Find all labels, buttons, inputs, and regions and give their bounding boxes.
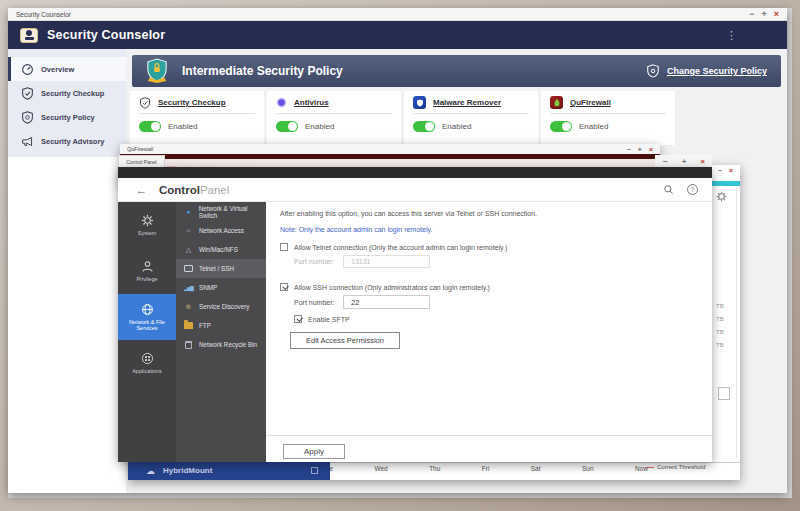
control-panel-title: ControlPanel — [159, 184, 229, 196]
search-icon[interactable] — [663, 184, 674, 195]
gear-icon[interactable] — [716, 191, 727, 202]
card-title-link[interactable]: Malware Remover — [433, 98, 501, 107]
more-menu-icon[interactable]: ⋮ — [726, 29, 737, 42]
antivirus-toggle[interactable] — [276, 121, 298, 132]
shield-check-icon — [21, 87, 34, 100]
sidebar-item-network-file-services[interactable]: Network & File Services — [118, 294, 176, 340]
change-policy-icon — [646, 64, 660, 78]
close-button[interactable]: × — [774, 9, 779, 19]
chart-legend: — Current Threshold — [646, 464, 705, 470]
hybridmount-row[interactable]: ☁ HybridMount — [128, 461, 330, 480]
nav-item-snmp[interactable]: ▂▅▇ SNMP — [176, 278, 266, 297]
close-button[interactable]: × — [649, 146, 653, 153]
y-axis-label: TB — [716, 329, 724, 335]
x-axis-line — [258, 462, 740, 463]
nav-item-service-discovery[interactable]: ⊕ Service Discovery — [176, 297, 266, 316]
shield-gear-icon — [21, 111, 34, 124]
close-button[interactable]: × — [700, 157, 705, 166]
sidebar-item-security-advisory[interactable]: Security Advisory — [8, 129, 126, 153]
enable-sftp-label: Enable SFTP — [308, 316, 350, 323]
minimize-button[interactable]: − — [749, 9, 754, 19]
enable-sftp-checkbox[interactable] — [294, 315, 302, 323]
ssh-port-label: Port number: — [294, 299, 343, 306]
minimize-button[interactable]: − — [718, 167, 722, 174]
gear-icon — [141, 214, 154, 227]
change-security-policy-link[interactable]: Change Security Policy — [667, 66, 767, 76]
legend-label: Current Threshold — [657, 464, 705, 470]
nav-item-ftp[interactable]: FTP — [176, 316, 266, 335]
edit-access-permission-button[interactable]: Edit Access Permission — [290, 332, 400, 349]
apply-button[interactable]: Apply — [283, 444, 345, 459]
y-axis-label: TB — [716, 342, 724, 348]
nav-item-network-recycle-bin[interactable]: Network Recycle Bin — [176, 335, 266, 354]
maximize-button[interactable]: + — [682, 157, 687, 166]
allow-telnet-label: Allow Telnet connection (Only the accoun… — [294, 244, 507, 251]
window-title: Control Panel — [126, 159, 156, 165]
status-label: Enabled — [305, 122, 334, 131]
close-button[interactable]: × — [729, 167, 733, 174]
sidebar-item-security-checkup[interactable]: Security Checkup — [8, 81, 126, 105]
card-title-link[interactable]: QuFirewall — [570, 98, 611, 107]
sidebar: Overview Security Checkup Security Polic… — [8, 49, 126, 157]
legend-checkbox[interactable] — [718, 387, 730, 400]
control-panel-header: ← ControlPanel ? — [118, 178, 712, 202]
help-icon[interactable]: ? — [687, 184, 698, 195]
security-counselor-titlebar[interactable]: Security Counselor − + × — [8, 8, 787, 21]
window-title: QuFirewall — [127, 146, 153, 152]
window-top-band — [118, 167, 712, 178]
sidebar-item-overview[interactable]: Overview — [8, 57, 126, 81]
gauge-icon — [21, 63, 34, 76]
win-mac-nfs-icon: △ — [184, 246, 193, 254]
trash-icon — [184, 341, 193, 349]
ssh-port-input[interactable] — [343, 295, 430, 309]
allow-ssh-checkbox[interactable] — [280, 283, 288, 291]
minimize-button[interactable]: − — [663, 157, 668, 166]
malware-remover-toggle[interactable] — [413, 121, 435, 132]
telnet-ssh-settings-panel: After enabling this option, you can acce… — [266, 202, 712, 462]
card-title-link[interactable]: Security Checkup — [158, 98, 226, 107]
qufirewall-app-icon — [550, 96, 563, 109]
policy-shield-badge-icon — [146, 58, 168, 84]
divider — [736, 188, 737, 458]
nav-item-telnet-ssh[interactable]: Telnet / SSH — [176, 259, 266, 278]
banner-title: Intermediate Security Policy — [182, 64, 343, 78]
qufirewall-titlebar[interactable]: QuFirewall − + × — [120, 144, 660, 154]
sidebar-item-privilege[interactable]: Privilege — [118, 248, 176, 294]
card-title-link[interactable]: Antivirus — [294, 98, 329, 107]
nav-item-win-mac-nfs[interactable]: △ Win/Mac/NFS — [176, 240, 266, 259]
security-policy-banner: Intermediate Security Policy Change Secu… — [132, 55, 781, 87]
shield-check-icon — [139, 97, 151, 109]
sidebar-item-applications[interactable]: Applications — [118, 340, 176, 386]
nav-item-network-access[interactable]: ≈ Network Access — [176, 221, 266, 240]
terminal-icon — [184, 265, 193, 272]
cloud-icon: ☁ — [146, 466, 155, 476]
nav-item-network-virtual-switch[interactable]: ● Network & Virtual Switch — [176, 202, 266, 221]
status-label: Enabled — [442, 122, 471, 131]
folder-icon — [184, 322, 193, 329]
network-access-icon: ≈ — [184, 227, 193, 234]
note-text: Note: Only the account admin can login r… — [280, 226, 432, 233]
external-link-icon[interactable] — [311, 467, 318, 474]
control-panel-titlebar[interactable]: Control Panel — [118, 155, 165, 167]
y-axis-label: TB — [716, 316, 724, 322]
globe-icon — [141, 303, 154, 316]
person-icon — [141, 260, 154, 273]
divider — [266, 435, 712, 436]
card-malware-remover: Malware Remover Enabled — [404, 91, 538, 145]
maximize-button[interactable]: + — [638, 146, 642, 153]
telnet-port-label: Port number: — [294, 258, 343, 265]
sidebar-item-system[interactable]: System — [118, 202, 176, 248]
back-button[interactable]: ← — [136, 184, 147, 196]
security-checkup-toggle[interactable] — [139, 121, 161, 132]
telnet-port-input — [343, 255, 430, 268]
status-label: Enabled — [579, 122, 608, 131]
qufirewall-toggle[interactable] — [550, 121, 572, 132]
sidebar-item-security-policy[interactable]: Security Policy — [8, 105, 126, 129]
service-discovery-icon: ⊕ — [184, 303, 193, 311]
maximize-button[interactable]: + — [761, 9, 766, 19]
app-title: Security Counselor — [47, 28, 165, 42]
minimize-button[interactable]: − — [627, 146, 631, 153]
control-panel-window: Control Panel − + × ← ControlPanel ? Sys… — [118, 155, 712, 462]
allow-telnet-checkbox[interactable] — [280, 243, 288, 251]
security-counselor-logo-icon — [20, 28, 38, 43]
